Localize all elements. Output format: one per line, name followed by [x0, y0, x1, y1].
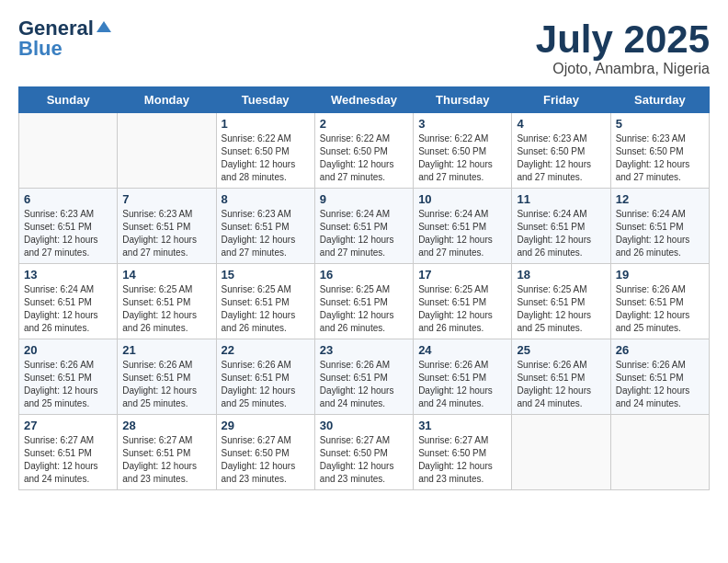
table-row: 28Sunrise: 6:27 AM Sunset: 6:51 PM Dayli… [118, 415, 216, 490]
table-row: 18Sunrise: 6:25 AM Sunset: 6:51 PM Dayli… [512, 264, 610, 339]
day-info: Sunrise: 6:25 AM Sunset: 6:51 PM Dayligh… [517, 283, 605, 335]
day-info: Sunrise: 6:25 AM Sunset: 6:51 PM Dayligh… [122, 283, 210, 335]
table-row: 29Sunrise: 6:27 AM Sunset: 6:50 PM Dayli… [216, 415, 314, 490]
day-info: Sunrise: 6:27 AM Sunset: 6:50 PM Dayligh… [418, 434, 506, 486]
day-info: Sunrise: 6:23 AM Sunset: 6:51 PM Dayligh… [222, 208, 310, 259]
day-number: 15 [222, 268, 310, 282]
day-info: Sunrise: 6:22 AM Sunset: 6:50 PM Dayligh… [418, 132, 506, 184]
table-row: 8Sunrise: 6:23 AM Sunset: 6:51 PM Daylig… [216, 189, 314, 264]
day-number: 23 [320, 343, 408, 357]
logo-text-general: General [18, 18, 94, 39]
day-number: 29 [222, 419, 310, 432]
day-info: Sunrise: 6:26 AM Sunset: 6:51 PM Dayligh… [320, 359, 408, 410]
day-info: Sunrise: 6:25 AM Sunset: 6:51 PM Dayligh… [320, 283, 408, 335]
table-row: 20Sunrise: 6:26 AM Sunset: 6:51 PM Dayli… [19, 339, 118, 415]
table-row: 9Sunrise: 6:24 AM Sunset: 6:51 PM Daylig… [314, 189, 413, 264]
col-thursday: Thursday [414, 87, 512, 113]
calendar-week-row: 27Sunrise: 6:27 AM Sunset: 6:51 PM Dayli… [19, 415, 710, 490]
day-info: Sunrise: 6:23 AM Sunset: 6:50 PM Dayligh… [616, 132, 704, 184]
logo-arrow-icon [97, 19, 111, 34]
header: General Blue July 2025 Ojoto, Anambra, N… [18, 18, 710, 77]
day-info: Sunrise: 6:22 AM Sunset: 6:50 PM Dayligh… [320, 132, 408, 184]
table-row: 11Sunrise: 6:24 AM Sunset: 6:51 PM Dayli… [512, 189, 610, 264]
col-sunday: Sunday [19, 87, 118, 113]
day-info: Sunrise: 6:26 AM Sunset: 6:51 PM Dayligh… [24, 359, 112, 410]
table-row: 5Sunrise: 6:23 AM Sunset: 6:50 PM Daylig… [610, 113, 709, 189]
col-tuesday: Tuesday [216, 87, 314, 113]
day-number: 25 [517, 343, 605, 357]
day-info: Sunrise: 6:23 AM Sunset: 6:50 PM Dayligh… [517, 132, 605, 184]
table-row: 22Sunrise: 6:26 AM Sunset: 6:51 PM Dayli… [216, 339, 314, 415]
calendar-header-row: Sunday Monday Tuesday Wednesday Thursday… [19, 87, 710, 113]
day-number: 3 [418, 117, 506, 131]
table-row [118, 113, 216, 189]
day-number: 20 [24, 343, 112, 357]
day-info: Sunrise: 6:25 AM Sunset: 6:51 PM Dayligh… [222, 283, 310, 335]
table-row: 10Sunrise: 6:24 AM Sunset: 6:51 PM Dayli… [414, 189, 512, 264]
table-row: 15Sunrise: 6:25 AM Sunset: 6:51 PM Dayli… [216, 264, 314, 339]
calendar-table: Sunday Monday Tuesday Wednesday Thursday… [18, 86, 710, 490]
day-info: Sunrise: 6:24 AM Sunset: 6:51 PM Dayligh… [418, 208, 506, 259]
day-info: Sunrise: 6:27 AM Sunset: 6:51 PM Dayligh… [122, 434, 210, 486]
table-row [512, 415, 610, 490]
day-number: 9 [320, 192, 408, 206]
day-info: Sunrise: 6:26 AM Sunset: 6:51 PM Dayligh… [222, 359, 310, 410]
calendar-week-row: 20Sunrise: 6:26 AM Sunset: 6:51 PM Dayli… [19, 339, 710, 415]
table-row: 17Sunrise: 6:25 AM Sunset: 6:51 PM Dayli… [414, 264, 512, 339]
day-info: Sunrise: 6:24 AM Sunset: 6:51 PM Dayligh… [24, 283, 112, 335]
day-number: 10 [418, 192, 506, 206]
day-info: Sunrise: 6:25 AM Sunset: 6:51 PM Dayligh… [418, 283, 506, 335]
col-saturday: Saturday [610, 87, 709, 113]
day-number: 2 [320, 117, 408, 131]
calendar-week-row: 1Sunrise: 6:22 AM Sunset: 6:50 PM Daylig… [19, 113, 710, 189]
calendar-week-row: 13Sunrise: 6:24 AM Sunset: 6:51 PM Dayli… [19, 264, 710, 339]
col-monday: Monday [118, 87, 216, 113]
day-number: 30 [320, 419, 408, 432]
col-wednesday: Wednesday [314, 87, 413, 113]
table-row: 14Sunrise: 6:25 AM Sunset: 6:51 PM Dayli… [118, 264, 216, 339]
day-number: 8 [222, 192, 310, 206]
table-row: 6Sunrise: 6:23 AM Sunset: 6:51 PM Daylig… [19, 189, 118, 264]
table-row: 25Sunrise: 6:26 AM Sunset: 6:51 PM Dayli… [512, 339, 610, 415]
day-number: 17 [418, 268, 506, 282]
day-number: 26 [616, 343, 704, 357]
day-info: Sunrise: 6:23 AM Sunset: 6:51 PM Dayligh… [122, 208, 210, 259]
day-info: Sunrise: 6:26 AM Sunset: 6:51 PM Dayligh… [122, 359, 210, 410]
day-number: 19 [616, 268, 704, 282]
day-number: 4 [517, 117, 605, 131]
table-row: 3Sunrise: 6:22 AM Sunset: 6:50 PM Daylig… [414, 113, 512, 189]
table-row [610, 415, 709, 490]
day-number: 14 [122, 268, 210, 282]
day-number: 13 [24, 268, 112, 282]
logo: General Blue [18, 18, 111, 59]
col-friday: Friday [512, 87, 610, 113]
day-number: 7 [122, 192, 210, 206]
table-row: 19Sunrise: 6:26 AM Sunset: 6:51 PM Dayli… [610, 264, 709, 339]
table-row: 7Sunrise: 6:23 AM Sunset: 6:51 PM Daylig… [118, 189, 216, 264]
month-title: July 2025 [536, 18, 710, 61]
day-info: Sunrise: 6:27 AM Sunset: 6:50 PM Dayligh… [320, 434, 408, 486]
day-number: 16 [320, 268, 408, 282]
day-number: 22 [222, 343, 310, 357]
day-number: 18 [517, 268, 605, 282]
svg-marker-0 [97, 21, 111, 32]
day-info: Sunrise: 6:27 AM Sunset: 6:51 PM Dayligh… [24, 434, 112, 486]
table-row: 26Sunrise: 6:26 AM Sunset: 6:51 PM Dayli… [610, 339, 709, 415]
day-info: Sunrise: 6:26 AM Sunset: 6:51 PM Dayligh… [517, 359, 605, 410]
day-info: Sunrise: 6:24 AM Sunset: 6:51 PM Dayligh… [616, 208, 704, 259]
table-row: 1Sunrise: 6:22 AM Sunset: 6:50 PM Daylig… [216, 113, 314, 189]
table-row: 13Sunrise: 6:24 AM Sunset: 6:51 PM Dayli… [19, 264, 118, 339]
table-row: 27Sunrise: 6:27 AM Sunset: 6:51 PM Dayli… [19, 415, 118, 490]
day-info: Sunrise: 6:24 AM Sunset: 6:51 PM Dayligh… [517, 208, 605, 259]
day-info: Sunrise: 6:27 AM Sunset: 6:50 PM Dayligh… [222, 434, 310, 486]
day-info: Sunrise: 6:26 AM Sunset: 6:51 PM Dayligh… [616, 359, 704, 410]
day-number: 21 [122, 343, 210, 357]
table-row: 2Sunrise: 6:22 AM Sunset: 6:50 PM Daylig… [314, 113, 413, 189]
day-info: Sunrise: 6:26 AM Sunset: 6:51 PM Dayligh… [418, 359, 506, 410]
table-row: 4Sunrise: 6:23 AM Sunset: 6:50 PM Daylig… [512, 113, 610, 189]
title-area: July 2025 Ojoto, Anambra, Nigeria [536, 18, 710, 77]
day-number: 27 [24, 419, 112, 432]
logo-text-blue: Blue [18, 39, 63, 59]
table-row [19, 113, 118, 189]
day-number: 11 [517, 192, 605, 206]
